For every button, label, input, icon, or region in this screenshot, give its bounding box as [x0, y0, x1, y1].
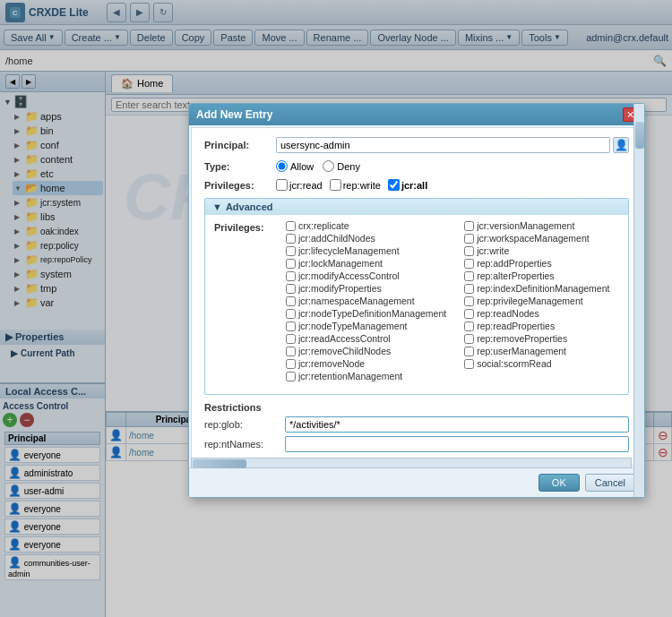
priv-jcr-version-management[interactable]: jcr:versionManagement [464, 220, 619, 231]
principal-row: Principal: 👤 [204, 137, 629, 153]
priv-rep-user-management[interactable]: rep:userManagement [464, 346, 619, 356]
dialog-title: Add New Entry [196, 108, 272, 121]
priv-jcr-write[interactable]: jcr:write [464, 245, 619, 256]
rep-nt-names-label: rep:ntNames: [204, 439, 285, 450]
principal-input[interactable] [276, 137, 610, 153]
priv-jcr-node-type-management[interactable]: jcr:nodeTypeManagement [286, 321, 446, 331]
dialog-scrollbar[interactable] [633, 104, 644, 497]
dialog-hscrollbar[interactable] [191, 458, 632, 468]
principal-lookup-button[interactable]: 👤 [613, 137, 629, 153]
priv-rep-alter-properties[interactable]: rep:alterProperties [464, 270, 619, 281]
advanced-privileges-label: Privileges: [214, 220, 286, 233]
advanced-toggle[interactable]: ▼ Advanced [205, 199, 628, 215]
rep-nt-names-row: rep:ntNames: [204, 436, 629, 452]
dialog-scroll-area: Principal: 👤 Type: Allow [189, 125, 644, 467]
privileges-row: Privileges: jcr:read rep:write [204, 179, 629, 191]
priv-jcr-remove-node[interactable]: jcr:removeNode [286, 358, 446, 369]
rep-glob-label: rep:glob: [204, 419, 285, 430]
type-radio-group: Allow Deny [276, 160, 360, 172]
user-lookup-icon: 👤 [615, 139, 628, 151]
type-allow-radio[interactable]: Allow [276, 160, 314, 172]
priv-jcr-read-access-control[interactable]: jcr:readAccessControl [286, 333, 446, 344]
priv-rep-read-properties[interactable]: rep:readProperties [464, 321, 619, 331]
dialog-body: Principal: 👤 Type: Allow [191, 127, 642, 466]
priv-rep-write[interactable]: rep:write [330, 179, 381, 191]
rep-glob-input[interactable] [285, 416, 629, 433]
priv-jcr-retention-management[interactable]: jcr:retentionManagement [286, 371, 446, 381]
priv-jcr-node-type-definition-management[interactable]: jcr:nodeTypeDefinitionManagement [286, 308, 446, 319]
principal-label: Principal: [204, 140, 276, 150]
priv-jcr-modify-access-control[interactable]: jcr:modifyAccessControl [286, 270, 446, 281]
priv-jcr-workspace-management[interactable]: jcr:workspaceManagement [464, 233, 619, 244]
priv-jcr-remove-child-nodes[interactable]: jcr:removeChildNodes [286, 346, 446, 356]
priv-jcr-lock-management[interactable]: jcr:lockManagement [286, 258, 446, 269]
priv-rep-add-properties[interactable]: rep:addProperties [464, 258, 619, 269]
rep-glob-row: rep:glob: [204, 416, 629, 433]
advanced-collapse-icon: ▼ [212, 201, 222, 212]
restrictions-label: Restrictions [204, 402, 629, 413]
ok-button[interactable]: OK [538, 474, 580, 492]
privileges-label: Privileges: [204, 180, 276, 191]
dialog-title-bar: Add New Entry ✕ [189, 104, 644, 125]
advanced-section: ▼ Advanced Privileges: crx:replicate [204, 198, 629, 395]
priv-rep-index-definition-management[interactable]: rep:indexDefinitionManagement [464, 283, 619, 294]
modal-overlay: Add New Entry ✕ Principal: 👤 [0, 0, 672, 617]
type-label: Type: [204, 161, 276, 172]
restrictions-section: Restrictions rep:glob: rep:ntNames: [204, 402, 629, 452]
dialog-content-wrapper: Principal: 👤 Type: Allow [189, 125, 644, 467]
priv-jcr-namespace-management[interactable]: jcr:namespaceManagement [286, 296, 446, 306]
top-privileges-group: jcr:read rep:write jcr:all [276, 179, 427, 191]
type-deny-radio[interactable]: Deny [323, 160, 360, 172]
dialog-hscroll-thumb[interactable] [193, 459, 246, 468]
priv-jcr-lifecycle-management[interactable]: jcr:lifecycleManagement [286, 245, 446, 256]
priv-crx-replicate[interactable]: crx:replicate [286, 220, 446, 231]
priv-social-scorm-read[interactable]: social:scormRead [464, 358, 619, 369]
priv-jcr-add-child-nodes[interactable]: jcr:addChildNodes [286, 233, 446, 244]
cancel-button[interactable]: Cancel [585, 474, 635, 492]
advanced-label: Advanced [226, 201, 273, 212]
advanced-body: Privileges: crx:replicate jcr:versionMan… [205, 215, 628, 394]
priv-jcr-all[interactable]: jcr:all [388, 179, 427, 191]
type-row: Type: Allow Deny [204, 160, 629, 172]
rep-nt-names-input[interactable] [285, 436, 629, 452]
add-new-entry-dialog: Add New Entry ✕ Principal: 👤 [188, 103, 645, 498]
dialog-scroll-thumb[interactable] [635, 122, 644, 149]
priv-jcr-read[interactable]: jcr:read [276, 179, 323, 191]
advanced-privileges-row: Privileges: crx:replicate jcr:versionMan… [214, 220, 619, 381]
dialog-footer: OK Cancel [189, 467, 644, 497]
priv-rep-read-nodes[interactable]: rep:readNodes [464, 308, 619, 319]
priv-rep-remove-properties[interactable]: rep:removeProperties [464, 333, 619, 344]
priv-jcr-modify-properties[interactable]: jcr:modifyProperties [286, 283, 446, 294]
privileges-grid: crx:replicate jcr:versionManagement jcr:… [286, 220, 619, 381]
priv-rep-privilege-management[interactable]: rep:privilegeManagement [464, 296, 619, 306]
